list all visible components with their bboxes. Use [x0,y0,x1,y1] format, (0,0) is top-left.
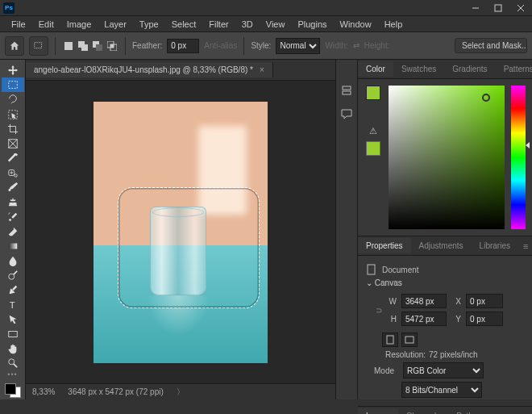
link-wh-icon[interactable]: ⊃ [374,294,384,326]
rectangular-marquee-tool[interactable] [2,77,24,92]
tab-libraries[interactable]: Libraries [472,238,518,253]
menu-layer[interactable]: Layer [98,18,133,31]
svg-rect-20 [8,243,17,249]
color-fg-swatch[interactable] [366,86,380,100]
status-menu-icon[interactable]: 〉 [177,387,185,398]
select-and-mask-button[interactable]: Select and Mask... [455,38,527,53]
menu-type[interactable]: Type [133,18,165,31]
close-button[interactable] [509,0,532,16]
clone-stamp-tool[interactable] [2,194,24,209]
blur-tool[interactable] [2,253,24,268]
hand-tool[interactable] [2,341,24,356]
gamut-warning-icon[interactable]: ⚠ [369,126,377,136]
menu-bar: File Edit Image Layer Type Select Filter… [0,16,532,32]
svg-point-21 [8,274,14,280]
crop-tool[interactable] [2,122,24,136]
hue-slider[interactable] [511,86,526,229]
eraser-tool[interactable] [2,224,24,239]
zoom-level[interactable]: 8,33% [32,387,55,396]
orientation-landscape-icon[interactable] [401,332,418,347]
svg-rect-9 [96,44,102,51]
tab-swatches[interactable]: Swatches [393,61,444,77]
path-selection-tool[interactable] [2,312,24,327]
hue-indicator-icon[interactable] [526,142,530,148]
svg-point-19 [14,174,17,178]
comments-panel-icon[interactable] [339,107,354,121]
lasso-tool[interactable] [2,92,24,107]
menu-plugins[interactable]: Plugins [291,18,333,31]
add-to-selection-icon[interactable] [77,40,89,52]
rectangle-tool[interactable] [2,327,24,341]
pen-tool[interactable] [2,282,24,297]
color-bg-swatch[interactable] [366,141,380,156]
style-select[interactable]: Normal [276,38,320,54]
canvas-y-input[interactable] [466,312,503,326]
gradient-tool[interactable] [2,239,24,253]
edit-toolbar-icon[interactable]: ••• [7,370,17,378]
orientation-portrait-icon[interactable] [382,332,398,347]
tab-patterns[interactable]: Patterns [496,61,532,77]
tool-preset-picker[interactable] [29,36,48,56]
tab-color[interactable]: Color [358,61,393,77]
app-logo-icon: Ps [3,2,15,14]
history-brush-tool[interactable] [2,210,24,224]
height-label: Height: [364,41,390,50]
tab-channels[interactable]: Channels [398,408,448,414]
canvas-viewport[interactable] [26,81,335,383]
feather-label: Feather: [132,41,162,50]
tab-properties[interactable]: Properties [358,238,411,253]
svg-rect-24 [8,331,17,337]
healing-brush-tool[interactable] [2,165,24,180]
subtract-from-selection-icon[interactable] [91,40,104,52]
panel-menu-icon[interactable]: ≡ [517,412,532,415]
brush-tool[interactable] [2,180,24,194]
new-selection-icon[interactable] [62,40,75,52]
maximize-button[interactable] [487,0,509,16]
dodge-tool[interactable] [2,268,24,282]
svg-rect-28 [343,91,351,94]
menu-filter[interactable]: Filter [202,18,235,31]
menu-help[interactable]: Help [378,18,409,31]
object-selection-tool[interactable] [2,107,24,121]
zoom-tool[interactable] [2,356,24,370]
document-dimensions[interactable]: 3648 px x 5472 px (72 ppi) [68,387,163,396]
menu-file[interactable]: File [5,18,32,31]
canvas-x-input[interactable] [466,294,503,308]
color-picker-ring[interactable] [482,94,490,102]
foreground-color-swatch[interactable] [5,383,16,395]
menu-window[interactable]: Window [334,18,378,31]
tab-adjustments[interactable]: Adjustments [411,238,472,253]
close-tab-icon[interactable]: × [260,65,264,74]
canvas-section-toggle[interactable]: Canvas [366,278,524,287]
tab-paths[interactable]: Paths [448,408,485,414]
panel-menu-icon[interactable]: ≡ [518,241,532,251]
menu-3d[interactable]: 3D [235,18,260,31]
home-button[interactable] [5,36,24,56]
canvas[interactable] [94,102,268,363]
foreground-background-colors[interactable] [3,382,23,399]
minimize-button[interactable] [464,0,487,16]
menu-view[interactable]: View [260,18,292,31]
history-panel-icon[interactable] [339,84,354,98]
canvas-width-input[interactable] [401,294,447,308]
document-tab[interactable]: angelo-abear-lO8XRikqJU4-unsplash.jpg @ … [26,62,273,77]
svg-rect-30 [387,336,393,344]
move-tool[interactable] [2,63,24,77]
menu-image[interactable]: Image [60,18,98,31]
frame-tool[interactable] [2,136,24,151]
feather-input[interactable] [167,39,199,53]
bit-depth-select[interactable]: 8 Bits/Channel [401,382,482,398]
height-label: H [387,315,397,324]
color-field[interactable] [389,86,505,229]
tab-gradients[interactable]: Gradients [444,61,495,77]
selection-mode-group [62,40,118,52]
mode-label: Mode [374,366,398,375]
menu-select[interactable]: Select [165,18,203,31]
eyedropper-tool[interactable] [2,151,24,165]
menu-edit[interactable]: Edit [32,18,60,31]
intersect-selection-icon[interactable] [106,40,118,52]
type-tool[interactable]: T [2,298,24,312]
canvas-height-input[interactable] [401,312,447,326]
color-mode-select[interactable]: RGB Color [403,362,484,378]
tab-layers[interactable]: Layers [358,408,398,414]
